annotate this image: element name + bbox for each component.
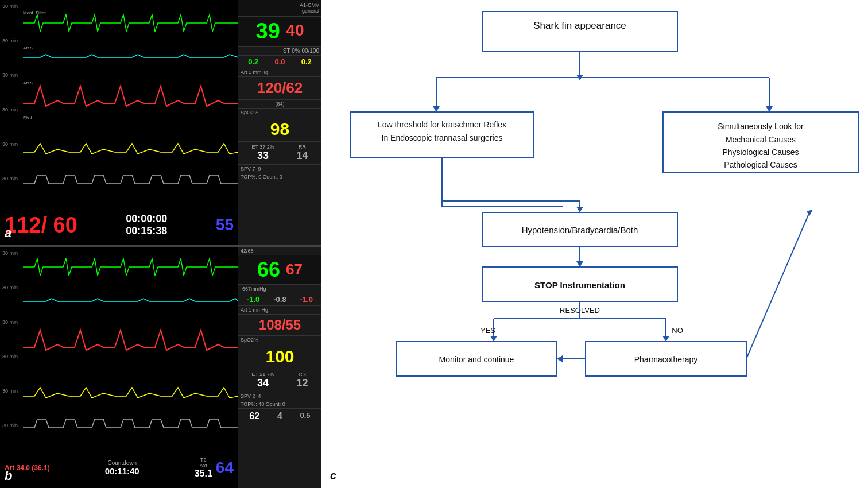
- svg-text:30 min: 30 min: [2, 388, 18, 394]
- etco2-b: 34: [251, 377, 274, 389]
- svg-text:Art S: Art S: [23, 80, 33, 86]
- countdown-b: 00:11:40: [53, 466, 191, 476]
- left-panel: 30 min 30 min 30 min 30 min 30 min 30 mi…: [0, 0, 321, 488]
- svg-rect-11: [0, 247, 238, 448]
- ecg-waveform-a: 30 min 30 min 30 min 30 min 30 min 30 mi…: [0, 0, 238, 207]
- svg-marker-61: [557, 355, 563, 362]
- svg-text:NO: NO: [672, 326, 683, 335]
- val2-b: 62: [249, 411, 259, 421]
- svg-text:YES: YES: [480, 326, 495, 335]
- hr-a: 39: [256, 19, 280, 43]
- svg-text:30 min: 30 min: [2, 72, 18, 78]
- mac-a: 55: [216, 216, 234, 234]
- svg-text:30 min: 30 min: [2, 423, 18, 428]
- svg-text:Physiological Causes: Physiological Causes: [722, 148, 799, 157]
- hr-secondary-a: 40: [286, 21, 304, 39]
- svg-text:STOP Instrumentation: STOP Instrumentation: [534, 280, 625, 290]
- monitor-a: 30 min 30 min 30 min 30 min 30 min 30 mi…: [0, 0, 321, 247]
- side-numbers-a: A1-CMV general 39 40 ST 0% 00/100 0.2 0.…: [238, 0, 321, 245]
- svg-text:30 min: 30 min: [2, 3, 18, 9]
- hr-secondary-b: 67: [286, 261, 303, 278]
- small-vals-b: -1.0: [300, 295, 313, 304]
- svg-text:c: c: [330, 469, 336, 482]
- svg-text:Pathological Causes: Pathological Causes: [724, 160, 797, 169]
- waveform-area-b: 30 min 30 min 30 min 30 min 30 min 30 mi…: [0, 247, 238, 488]
- svg-rect-0: [0, 0, 238, 207]
- monitor-b: 30 min 30 min 30 min 30 min 30 min 30 mi…: [0, 247, 321, 488]
- time2-a: 00:15:38: [82, 225, 211, 237]
- bp-secondary-a: (84): [238, 100, 321, 109]
- flowchart-svg: Shark fin appearance Low threshold for k…: [321, 0, 867, 488]
- time-display-a: 00:00:00 00:15:38: [82, 213, 211, 237]
- svg-line-62: [746, 212, 809, 359]
- svg-text:30 min: 30 min: [2, 250, 18, 256]
- svg-text:Low threshold for kratschmer R: Low threshold for kratschmer Reflex: [378, 120, 506, 129]
- svg-text:Ment. Filter: Ment. Filter: [23, 10, 46, 16]
- svg-text:Simultaneously Look for: Simultaneously Look for: [718, 122, 804, 131]
- mac-b: 64: [216, 459, 234, 477]
- svg-text:30 min: 30 min: [2, 285, 18, 291]
- spo2-b: 100: [238, 344, 321, 369]
- etco2-a: 33: [251, 150, 274, 162]
- spo2-a: 98: [238, 117, 321, 142]
- rr-a: 14: [297, 150, 308, 162]
- side-numbers-b: 42/68 66 67 -667mmHg -1.0 -0.8 -1.0 Art …: [238, 247, 321, 488]
- svg-text:30 min: 30 min: [2, 141, 18, 147]
- svg-marker-54: [662, 336, 669, 342]
- bottom-bar-a: 112/ 60 00:00:00 00:15:38 55: [0, 205, 238, 245]
- monitor-b-label: b: [5, 468, 12, 483]
- svg-marker-63: [807, 210, 813, 216]
- svg-text:30 min: 30 min: [2, 319, 18, 325]
- monitor-a-label: a: [5, 226, 11, 241]
- svg-text:30 min: 30 min: [2, 107, 18, 113]
- svg-text:In Endoscopic trannasal surger: In Endoscopic trannasal surgeries: [382, 133, 503, 142]
- svg-text:Pharmacotherapy: Pharmacotherapy: [634, 355, 698, 364]
- svg-text:Monitor and continue: Monitor and continue: [439, 355, 514, 364]
- bp-large-a: 112/ 60: [5, 213, 78, 238]
- svg-marker-26: [766, 106, 773, 112]
- bp-b: 108/55: [238, 315, 321, 336]
- svg-marker-24: [433, 106, 440, 112]
- val1-b: 35.1: [195, 468, 212, 479]
- svg-text:Art S: Art S: [23, 45, 33, 51]
- right-panel: Shark fin appearance Low threshold for k…: [321, 0, 868, 488]
- svg-marker-51: [490, 336, 497, 342]
- svg-text:Pleth: Pleth: [23, 115, 33, 120]
- svg-text:30 min: 30 min: [2, 354, 18, 359]
- svg-text:Mechanical Causes: Mechanical Causes: [726, 135, 796, 144]
- svg-marker-40: [576, 207, 583, 212]
- hr-b: 66: [257, 258, 280, 281]
- rr-b: 12: [297, 377, 308, 389]
- svg-text:30 min: 30 min: [2, 38, 18, 44]
- svg-text:Shark fin appearance: Shark fin appearance: [533, 20, 626, 31]
- ecg-waveform-b: 30 min 30 min 30 min 30 min 30 min 30 mi…: [0, 247, 238, 448]
- bottom-bar-b: Art 34.0 (36.1) Countdown 00:11:40 T2 Ax…: [0, 448, 238, 488]
- small-vals-a: 0.2: [301, 57, 312, 66]
- svg-text:Hypotension/Bradycardia/Both: Hypotension/Bradycardia/Both: [522, 225, 638, 235]
- svg-marker-44: [576, 261, 583, 267]
- bp-a: 120/62: [238, 77, 321, 100]
- val3-b: 4: [277, 411, 282, 421]
- svg-rect-18: [482, 11, 677, 52]
- waveform-area-a: 30 min 30 min 30 min 30 min 30 min 30 mi…: [0, 0, 238, 245]
- svg-text:30 min: 30 min: [2, 176, 18, 181]
- mac-val-b: 0.5: [300, 411, 311, 421]
- time1-a: 00:00:00: [82, 213, 211, 225]
